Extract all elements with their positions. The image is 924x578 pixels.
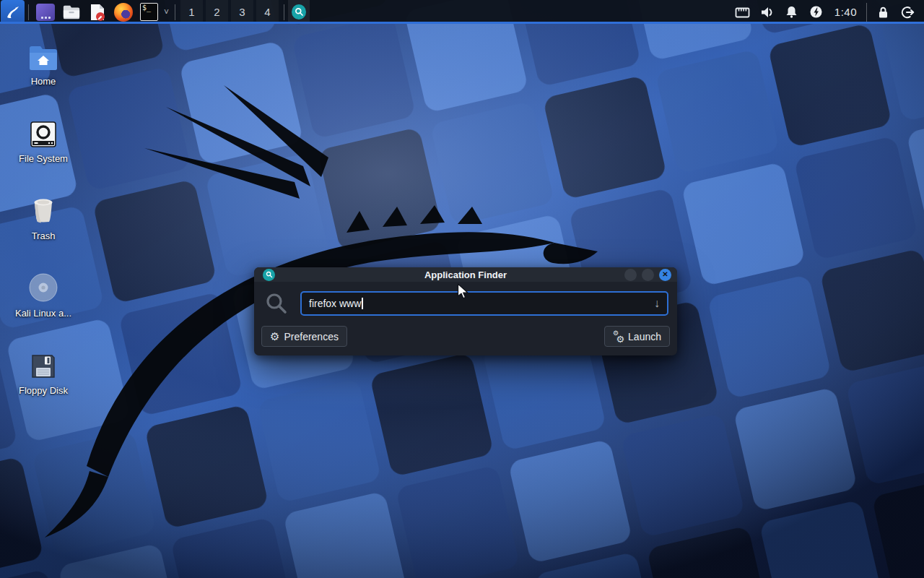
desktop-icon-label: Kali Linux a... bbox=[15, 308, 71, 319]
desktop-icon-kali-linux-cd[interactable]: Kali Linux a... bbox=[6, 271, 81, 319]
dropdown-arrow-icon[interactable]: ↓ bbox=[654, 298, 660, 309]
workspace-3-button[interactable]: 3 bbox=[231, 0, 253, 24]
launch-button-label: Launch bbox=[628, 331, 661, 342]
taskbar-application-finder[interactable] bbox=[288, 0, 310, 24]
desktop-icon-label: Floppy Disk bbox=[19, 385, 68, 396]
window-title: Application Finder bbox=[254, 269, 677, 280]
desktop-icon-floppy-disk[interactable]: Floppy Disk bbox=[6, 348, 81, 396]
desktop-icon-label: Home bbox=[31, 76, 56, 87]
desktop-icon bbox=[36, 4, 55, 21]
mouse-cursor bbox=[457, 283, 469, 300]
search-input-value: firefox www bbox=[309, 298, 361, 309]
firefox-icon bbox=[114, 3, 133, 22]
panel-separator bbox=[284, 4, 284, 20]
lock-screen-icon[interactable] bbox=[873, 0, 892, 24]
clock[interactable]: 1:40 bbox=[829, 6, 863, 18]
titlebar[interactable]: Application Finder ✕ bbox=[254, 267, 677, 282]
notifications-bell-icon[interactable] bbox=[783, 0, 801, 24]
launcher-terminal[interactable]: $_ bbox=[136, 0, 162, 24]
gear-icon: ⚙ bbox=[270, 331, 279, 342]
floppy-disk-icon bbox=[30, 348, 57, 380]
panel-separator bbox=[866, 3, 867, 22]
desktop-icon-label: Trash bbox=[32, 230, 56, 241]
launcher-desktop[interactable] bbox=[32, 0, 58, 24]
launch-button[interactable]: ⚙⚙ Launch bbox=[604, 326, 670, 347]
kali-logo-icon bbox=[5, 4, 21, 20]
maximize-button[interactable] bbox=[642, 269, 654, 281]
trash-can-icon bbox=[29, 194, 58, 225]
applications-menu-button[interactable] bbox=[1, 0, 25, 24]
network-icon[interactable] bbox=[733, 0, 752, 24]
panel-separator bbox=[28, 4, 29, 20]
terminal-icon: $_ bbox=[140, 3, 158, 21]
search-input[interactable]: firefox www ↓ bbox=[300, 291, 668, 316]
top-panel: $_ ˅ 1 2 3 4 1:40 bbox=[0, 0, 924, 24]
power-manager-icon[interactable] bbox=[807, 0, 826, 24]
log-out-icon[interactable] bbox=[898, 0, 917, 24]
text-caret bbox=[362, 298, 363, 309]
home-folder-icon bbox=[27, 39, 59, 71]
chevron-down-icon[interactable]: ˅ bbox=[162, 7, 171, 17]
desktop-icon-trash[interactable]: Trash bbox=[6, 194, 81, 241]
workspace-2-button[interactable]: 2 bbox=[206, 0, 228, 24]
workspace-4-button[interactable]: 4 bbox=[256, 0, 279, 24]
cd-disc-icon bbox=[28, 271, 58, 303]
desktop-icon-home[interactable]: Home bbox=[6, 39, 81, 87]
close-icon: ✕ bbox=[662, 271, 668, 278]
application-finder-window: Application Finder ✕ firefox www ↓ ⚙ Pre… bbox=[254, 267, 677, 355]
launcher-text-editor[interactable] bbox=[84, 0, 110, 24]
folder-icon bbox=[62, 4, 81, 21]
desktop-icon-file-system[interactable]: File System bbox=[6, 116, 81, 164]
application-finder-icon bbox=[292, 4, 306, 20]
hard-drive-icon bbox=[30, 116, 57, 148]
volume-icon[interactable] bbox=[758, 0, 777, 24]
launcher-firefox[interactable] bbox=[110, 0, 136, 24]
panel-separator bbox=[175, 4, 175, 20]
preferences-button-label: Preferences bbox=[284, 331, 338, 342]
launcher-file-manager[interactable] bbox=[58, 0, 84, 24]
text-editor-icon bbox=[89, 3, 106, 22]
preferences-button[interactable]: ⚙ Preferences bbox=[261, 326, 347, 347]
desktop-icon-label: File System bbox=[19, 153, 68, 164]
workspace-1-button[interactable]: 1 bbox=[180, 0, 203, 24]
run-gears-icon: ⚙⚙ bbox=[613, 331, 624, 342]
minimize-button[interactable] bbox=[624, 269, 637, 281]
search-icon bbox=[264, 292, 289, 315]
close-button[interactable]: ✕ bbox=[659, 269, 671, 281]
application-finder-badge-icon bbox=[263, 269, 275, 281]
